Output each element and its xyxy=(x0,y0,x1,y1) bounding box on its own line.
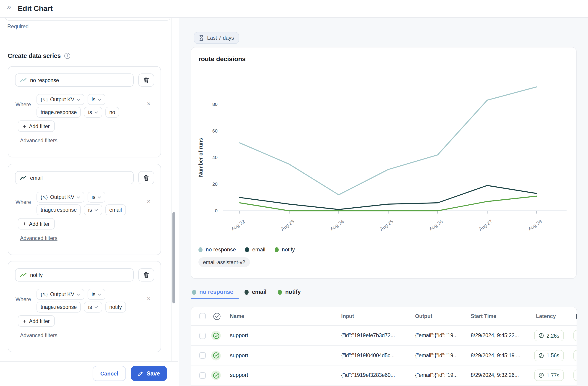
filter-key-op-chip[interactable]: is xyxy=(84,301,102,313)
series-card-no-response: no response Where {↖} Output KV is triag… xyxy=(8,66,161,157)
add-filter-button[interactable]: + Add filter xyxy=(18,218,55,230)
row-checkbox[interactable] xyxy=(199,352,206,359)
legend-item: notify xyxy=(274,246,295,253)
pencil-icon xyxy=(138,371,144,376)
run-input: {"id":"1919efe7b3d72... xyxy=(341,326,395,346)
chevron-down-icon xyxy=(94,306,98,308)
scrollbar-thumb[interactable] xyxy=(172,212,175,303)
filter-field-chip[interactable]: {↖} Output KV xyxy=(37,192,84,203)
trash-icon xyxy=(143,272,149,278)
series-name-input[interactable]: notify xyxy=(15,268,134,281)
column-header-output[interactable]: Output xyxy=(415,307,432,326)
column-header-name[interactable]: Name xyxy=(230,307,244,326)
svg-text:Aug 23: Aug 23 xyxy=(280,218,295,232)
series-name: notify xyxy=(30,272,43,278)
create-data-series-heading: Create data series i xyxy=(8,52,70,59)
series-name: email xyxy=(30,175,43,180)
tab-no-response[interactable]: no response xyxy=(191,288,235,296)
tab-email[interactable]: email xyxy=(243,288,268,296)
cancel-button[interactable]: Cancel xyxy=(93,366,126,381)
svg-text:Aug 27: Aug 27 xyxy=(478,218,493,232)
active-tab-underline xyxy=(191,298,239,299)
filter-key-op-chip[interactable]: is xyxy=(84,107,102,118)
column-header-start-time[interactable]: Start Time xyxy=(471,307,496,326)
line-chart: 020406080Aug 22Aug 23Aug 24Aug 25Aug 26A… xyxy=(191,47,577,235)
run-start-time: 8/29/2024, 9:45:22... xyxy=(471,326,519,346)
chevron-down-icon xyxy=(77,98,80,101)
required-label: Required xyxy=(7,24,28,29)
run-output: {"email":{"id":"19... xyxy=(415,326,458,346)
delete-series-button[interactable] xyxy=(138,268,154,281)
table-row[interactable]: support {"id":"1919f04004d5c... {"email"… xyxy=(191,346,577,365)
legend-item: no response xyxy=(198,246,236,253)
advanced-filters-link[interactable]: Advanced filters xyxy=(20,138,58,143)
filter-op-chip[interactable]: is xyxy=(88,192,105,203)
series-name: no response xyxy=(30,77,59,83)
filter-field-chip[interactable]: {↖} Output KV xyxy=(37,94,84,105)
delete-series-button[interactable] xyxy=(138,73,154,87)
remove-filter-icon[interactable]: × xyxy=(147,198,150,204)
filter-row-field: {↖} Output KV is xyxy=(37,94,105,105)
add-filter-button[interactable]: + Add filter xyxy=(18,315,55,327)
table-row[interactable]: support {"id":"1919ef3283e60... {"email"… xyxy=(191,365,577,385)
remove-filter-icon[interactable]: × xyxy=(147,100,150,107)
collapse-panel-icon[interactable]: » xyxy=(7,2,11,11)
filter-row-key: triage.response is no xyxy=(37,107,119,118)
latency-badge: 1.77s xyxy=(534,370,564,381)
filter-key-chip[interactable]: triage.response xyxy=(37,301,81,313)
filter-op-chip[interactable]: is xyxy=(88,94,105,105)
filter-key-op-chip[interactable]: is xyxy=(84,204,102,215)
series-name-input[interactable]: no response xyxy=(15,73,134,87)
filter-field-chip[interactable]: {↖} Output KV xyxy=(37,289,84,300)
info-icon[interactable]: i xyxy=(64,53,70,59)
table-header: Name Input Output Start Time Latency xyxy=(191,307,577,326)
scrollbar-track xyxy=(171,18,171,386)
truncated-required-field[interactable] xyxy=(5,18,171,21)
series-name-input[interactable]: email xyxy=(15,171,134,184)
table-row[interactable]: support {"id":"1919efe7b3d72... {"email"… xyxy=(191,326,577,346)
run-input: {"id":"1919f04004d5c... xyxy=(341,346,395,365)
status-success-icon xyxy=(211,351,221,360)
chevron-down-icon xyxy=(98,98,101,101)
time-range-selector[interactable]: Last 7 days xyxy=(194,32,239,44)
where-label: Where xyxy=(16,199,31,205)
select-all-checkbox[interactable] xyxy=(199,313,206,319)
page-title: Edit Chart xyxy=(18,0,53,17)
run-output: {"email":{"id":"19... xyxy=(415,346,458,365)
filter-key-chip[interactable]: triage.response xyxy=(37,204,81,215)
tabs-divider xyxy=(191,299,588,299)
top-bar: » Edit Chart xyxy=(0,0,588,18)
column-header-latency[interactable]: Latency xyxy=(536,307,556,326)
line-chart-icon xyxy=(20,78,26,82)
run-name[interactable]: support xyxy=(230,346,248,365)
add-filter-button[interactable]: + Add filter xyxy=(18,120,55,132)
clipped-badge xyxy=(573,370,577,381)
run-start-time: 8/29/2024, 9:45:19 ... xyxy=(471,346,520,365)
advanced-filters-link[interactable]: Advanced filters xyxy=(20,333,58,338)
series-tabs: no response email notify xyxy=(191,288,302,296)
filter-value-chip[interactable]: notify xyxy=(105,301,126,313)
tab-notify[interactable]: notify xyxy=(277,288,302,296)
clock-icon xyxy=(539,353,544,358)
row-checkbox[interactable] xyxy=(199,332,206,339)
filter-row-key: triage.response is email xyxy=(37,204,126,215)
kv-icon: {↖} xyxy=(41,97,48,102)
run-name[interactable]: support xyxy=(230,326,248,346)
delete-series-button[interactable] xyxy=(138,171,154,184)
row-checkbox[interactable] xyxy=(199,372,206,379)
advanced-filters-link[interactable]: Advanced filters xyxy=(20,236,58,241)
kv-icon: {↖} xyxy=(41,194,48,200)
series-card-notify: notify Where {↖} Output KV is triage.res… xyxy=(8,261,161,352)
save-button[interactable]: Save xyxy=(131,366,167,381)
filter-op-chip[interactable]: is xyxy=(88,289,105,300)
remove-filter-icon[interactable]: × xyxy=(147,295,150,301)
legend-dot xyxy=(274,247,278,252)
filter-value-chip[interactable]: email xyxy=(105,204,126,215)
filter-row-key: triage.response is notify xyxy=(37,301,126,313)
filter-value-chip[interactable]: no xyxy=(105,107,119,118)
column-header-input[interactable]: Input xyxy=(341,307,354,326)
filter-key-chip[interactable]: triage.response xyxy=(37,107,81,118)
run-name[interactable]: support xyxy=(230,365,248,385)
series-dot xyxy=(192,290,196,295)
status-success-icon xyxy=(211,370,221,380)
